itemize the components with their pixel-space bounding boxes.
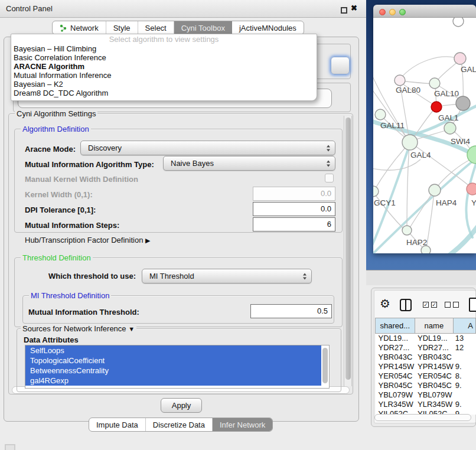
attribute-list[interactable]: SelfLoopsTopologicalCoefficientBetweenne… bbox=[25, 345, 330, 389]
table-row[interactable]: YBR045CYBR045C9. bbox=[376, 381, 476, 390]
network-graph[interactable]: GALGAL80GAL10GAL1GAL11SWI4GAL4GCY1HAP4YH… bbox=[373, 18, 476, 253]
table-cell[interactable]: YDL19... bbox=[415, 334, 454, 343]
tab-discretize-data[interactable]: Discretize Data bbox=[146, 418, 213, 431]
window-close-button[interactable] bbox=[379, 9, 386, 15]
list-scrollbar-thumb[interactable] bbox=[322, 348, 328, 383]
network-edge[interactable] bbox=[436, 60, 459, 81]
table-cell[interactable]: 12 bbox=[454, 343, 476, 353]
mi-steps-field[interactable]: 6 bbox=[253, 217, 335, 231]
mi-type-combobox[interactable]: Naive Bayes bbox=[163, 156, 335, 171]
mi-threshold-field[interactable]: 0.5 bbox=[250, 304, 332, 318]
table-cell[interactable] bbox=[454, 353, 476, 362]
table-cell[interactable]: YER054C bbox=[415, 371, 454, 381]
table-cell[interactable]: YLR345W bbox=[415, 400, 454, 409]
network-node[interactable] bbox=[402, 135, 418, 150]
tab-network[interactable]: Network bbox=[53, 21, 106, 34]
table-cell[interactable]: YPR145W bbox=[415, 362, 454, 371]
close-icon[interactable]: ✖ bbox=[351, 4, 357, 12]
window-zoom-button[interactable] bbox=[399, 9, 406, 15]
network-node[interactable] bbox=[395, 75, 405, 86]
table-cell[interactable]: 8. bbox=[454, 371, 476, 381]
new-table-icon[interactable] bbox=[469, 298, 476, 312]
network-node[interactable] bbox=[431, 102, 442, 112]
table-row[interactable]: YDR27...YDR27...12 bbox=[376, 343, 476, 353]
network-node[interactable] bbox=[373, 186, 379, 197]
aracne-mode-combobox[interactable]: Discovery bbox=[80, 141, 335, 155]
table-horizontal-scrollbar[interactable] bbox=[374, 414, 471, 421]
algorithm-option[interactable]: Dream8 DC_TDC Algorithm bbox=[11, 89, 317, 97]
data-attribute-option[interactable]: SelfLoops bbox=[25, 345, 321, 356]
sources-expander[interactable]: Sources for Network Inference ▼ bbox=[21, 324, 136, 333]
tab-jactivemnodules[interactable]: jActiveMNodules bbox=[232, 21, 304, 34]
data-attribute-option[interactable]: BetweennessCentrality bbox=[25, 366, 321, 376]
table-cell[interactable]: YBR043C bbox=[376, 353, 415, 362]
table-cell[interactable]: YDR27... bbox=[415, 343, 454, 353]
table-cell[interactable]: 9. bbox=[454, 381, 476, 390]
table-cell[interactable]: 13 bbox=[454, 334, 476, 343]
table-row[interactable]: YDL19...YDL19...13 bbox=[376, 334, 476, 343]
hub-definition-expander[interactable]: Hub/Transcription Factor Definition ▶ bbox=[25, 236, 150, 244]
dpi-tolerance-field[interactable]: 0.0 bbox=[253, 202, 335, 216]
column-header-name[interactable]: name bbox=[415, 318, 454, 334]
network-edge[interactable] bbox=[409, 193, 432, 229]
data-attribute-option[interactable]: gal4RGexp bbox=[25, 376, 321, 386]
network-view-window[interactable]: GALGAL80GAL10GAL1GAL11SWI4GAL4GCY1HAP4YH… bbox=[373, 5, 476, 253]
network-edge[interactable] bbox=[401, 81, 433, 84]
algorithm-option[interactable]: Basic Correlation Inference bbox=[11, 53, 317, 62]
hidden-combobox-fragment[interactable] bbox=[331, 57, 350, 74]
column-header-shared-name[interactable]: shared... bbox=[376, 318, 415, 334]
table-cell[interactable]: YBR043C bbox=[415, 353, 454, 362]
apply-button[interactable]: Apply bbox=[161, 398, 202, 413]
algorithm-option[interactable]: Mutual Information Inference bbox=[11, 71, 317, 80]
table-cell[interactable]: YLR345W bbox=[376, 400, 415, 409]
expand-down-icon[interactable]: ▼ bbox=[128, 325, 135, 332]
data-attribute-option[interactable]: TopologicalCoefficient bbox=[25, 356, 321, 366]
table-cell[interactable]: 9. bbox=[454, 362, 476, 371]
scrollbar-thumb[interactable] bbox=[345, 118, 351, 380]
table-cell[interactable]: YDL19... bbox=[376, 334, 415, 343]
network-edge[interactable] bbox=[373, 159, 420, 170]
network-node[interactable] bbox=[453, 18, 464, 27]
table-cell[interactable] bbox=[454, 390, 476, 400]
table-row[interactable]: YPR145WYPR145W9. bbox=[376, 362, 476, 371]
tab-cyni-toolbox[interactable]: Cyni Toolbox bbox=[174, 21, 232, 34]
table-cell[interactable]: 9. bbox=[454, 400, 476, 409]
minimized-panel-icon[interactable] bbox=[5, 444, 15, 450]
network-node[interactable] bbox=[454, 53, 466, 64]
which-threshold-combobox[interactable]: MI Threshold bbox=[142, 269, 312, 283]
table-row[interactable]: YER054CYER054C8. bbox=[376, 371, 476, 381]
tab-style[interactable]: Style bbox=[106, 21, 138, 34]
network-node[interactable] bbox=[429, 78, 440, 89]
network-node[interactable] bbox=[467, 183, 476, 195]
select-all-checkboxes-icon[interactable]: ✓✓ bbox=[423, 302, 437, 308]
deselect-all-checkboxes-icon[interactable] bbox=[445, 302, 459, 308]
column-layout-icon[interactable] bbox=[400, 299, 412, 311]
algorithm-option[interactable]: Bayesian – K2 bbox=[11, 80, 317, 89]
window-minimize-button[interactable] bbox=[389, 9, 396, 15]
table-row[interactable]: YLR345WYLR345W9. bbox=[376, 400, 476, 409]
network-node[interactable] bbox=[456, 96, 470, 110]
table-cell[interactable]: YBL079W bbox=[415, 390, 454, 400]
tab-impute-data[interactable]: Impute Data bbox=[89, 418, 146, 431]
network-edge[interactable] bbox=[407, 145, 409, 228]
table-row[interactable]: YBR043CYBR043C bbox=[376, 353, 476, 362]
column-header-partial[interactable]: A bbox=[454, 318, 476, 334]
expand-right-icon[interactable]: ▶ bbox=[145, 237, 150, 244]
float-window-icon[interactable] bbox=[341, 7, 347, 14]
network-node[interactable] bbox=[444, 122, 456, 134]
table-cell[interactable]: YBR045C bbox=[415, 381, 454, 390]
table-cell[interactable]: YBL079W bbox=[376, 390, 415, 400]
table-cell[interactable]: YBR045C bbox=[376, 381, 415, 390]
tab-infer-network[interactable]: Infer Network bbox=[213, 418, 272, 431]
settings-vertical-scrollbar[interactable] bbox=[344, 116, 352, 386]
network-node[interactable] bbox=[402, 226, 412, 235]
algorithm-option[interactable]: ARACNE Algorithm bbox=[11, 62, 317, 71]
manual-kernel-checkbox[interactable] bbox=[325, 174, 334, 182]
kernel-width-field[interactable]: 0.0 bbox=[253, 187, 335, 201]
network-node[interactable] bbox=[429, 184, 441, 196]
table-row[interactable]: YBL079WYBL079W bbox=[376, 390, 476, 400]
table-cell[interactable]: YDR27... bbox=[376, 343, 415, 353]
table-cell[interactable]: YPR145W bbox=[376, 362, 415, 371]
table-cell[interactable]: YER054C bbox=[376, 371, 415, 381]
network-node[interactable] bbox=[375, 109, 386, 120]
